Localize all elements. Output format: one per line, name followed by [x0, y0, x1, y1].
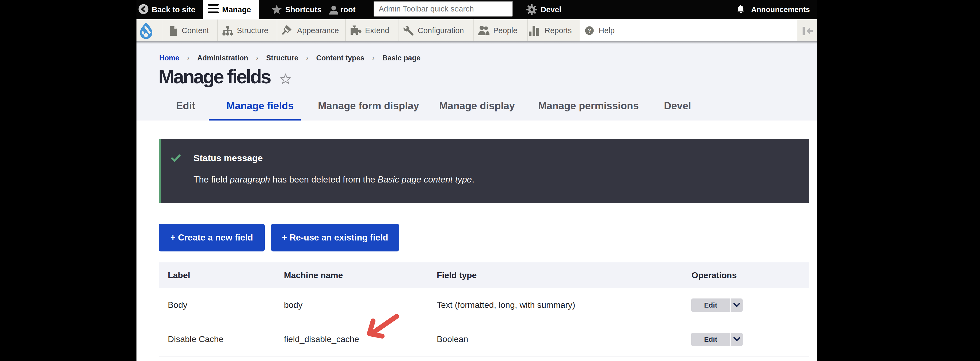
svg-text:?: ?	[588, 27, 591, 34]
